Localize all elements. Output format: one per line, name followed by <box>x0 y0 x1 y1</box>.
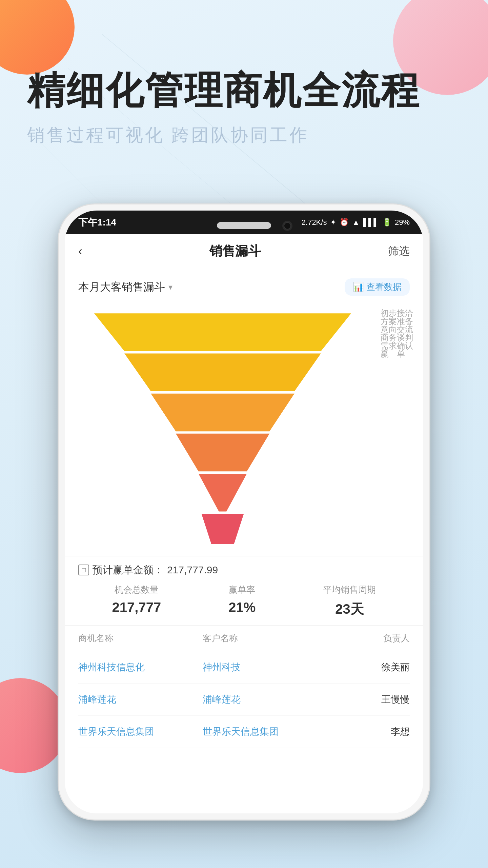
customer-name-0[interactable]: 神州科技 <box>203 661 327 674</box>
stats-section: □ 预计赢单金额： 217,777.99 机会总数量 217,777 赢单率 <box>65 556 423 626</box>
owner-name-2: 李想 <box>327 725 410 738</box>
filter-button[interactable]: 筛选 <box>388 244 410 259</box>
funnel-svg <box>72 306 374 549</box>
table-row[interactable]: 浦峰莲花 浦峰莲花 王慢慢 <box>78 684 410 716</box>
stat-value-0: 217,777 <box>112 600 161 615</box>
funnel-label-2: 方案准备 <box>381 317 413 326</box>
network-speed: 2.72K/s <box>302 218 327 227</box>
section-header: 本月大客销售漏斗 ▾ 📊 查看数据 <box>65 268 423 302</box>
funnel-label-1: 初步接洽 <box>381 309 413 317</box>
wifi-icon: ▲ <box>352 218 360 227</box>
opp-name-2[interactable]: 世界乐天信息集团 <box>78 725 203 738</box>
phone-mockup: 下午1:14 2.72K/s ✦ ⏰ ▲ ▌▌▌ 🔋 29% ‹ 销售漏斗 <box>58 203 430 821</box>
owner-name-1: 王慢慢 <box>327 693 410 706</box>
battery-percent: 29% <box>395 218 410 227</box>
status-icons: 2.72K/s ✦ ⏰ ▲ ▌▌▌ 🔋 29% <box>302 218 410 227</box>
decorative-blob-orange <box>0 0 75 75</box>
stats-grid: 机会总数量 217,777 赢单率 21% 平均销售周期 23天 <box>78 584 410 618</box>
status-time: 下午1:14 <box>78 216 116 229</box>
svg-marker-7 <box>199 474 247 511</box>
table-row[interactable]: 神州科技信息化 神州科技 徐美丽 <box>78 651 410 684</box>
customer-name-2[interactable]: 世界乐天信息集团 <box>203 725 327 738</box>
col-header-owner: 负责人 <box>327 632 410 644</box>
funnel-label-6: 赢 单 <box>381 350 413 358</box>
app-navbar: ‹ 销售漏斗 筛选 <box>65 234 423 268</box>
table-header-row: 商机名称 客户名称 负责人 <box>78 626 410 651</box>
phone-camera <box>281 220 293 232</box>
customer-name-1[interactable]: 浦峰莲花 <box>203 693 327 706</box>
signal-icon: ✦ <box>330 218 336 227</box>
svg-marker-5 <box>151 394 294 431</box>
page-title: 销售漏斗 <box>209 242 261 260</box>
hero-subtitle: 销售过程可视化 跨团队协同工作 <box>27 123 461 147</box>
phone-outer-shell: 下午1:14 2.72K/s ✦ ⏰ ▲ ▌▌▌ 🔋 29% ‹ 销售漏斗 <box>58 203 430 821</box>
view-data-button[interactable]: 📊 查看数据 <box>345 278 410 296</box>
win-amount-value: 217,777.99 <box>167 564 218 576</box>
svg-marker-4 <box>124 353 321 391</box>
hero-title: 精细化管理商机全流程 <box>27 68 461 113</box>
section-title: 本月大客销售漏斗 ▾ <box>78 280 172 295</box>
svg-marker-6 <box>176 434 270 471</box>
svg-marker-8 <box>202 514 244 544</box>
stat-label-1: 赢单率 <box>228 584 256 596</box>
chart-icon: 📊 <box>353 282 364 292</box>
win-amount-icon: □ <box>78 565 89 575</box>
opp-name-0[interactable]: 神州科技信息化 <box>78 661 203 674</box>
app-content: 本月大客销售漏斗 ▾ 📊 查看数据 <box>65 268 423 813</box>
table-row[interactable]: 世界乐天信息集团 世界乐天信息集团 李想 <box>78 716 410 748</box>
funnel-label-5: 需求确认 <box>381 342 413 350</box>
battery-icon: 🔋 <box>382 218 391 227</box>
stat-win-rate: 赢单率 21% <box>228 584 256 618</box>
phone-speaker <box>217 222 271 229</box>
funnel-label-3: 意向交流 <box>381 326 413 334</box>
stat-label-0: 机会总数量 <box>112 584 161 596</box>
opportunity-table: 商机名称 客户名称 负责人 神州科技信息化 神州科技 徐美丽 浦峰莲花 浦峰莲花 <box>65 626 423 748</box>
stat-opportunity-count: 机会总数量 217,777 <box>112 584 161 618</box>
cellular-icon: ▌▌▌ <box>363 218 379 227</box>
opp-name-1[interactable]: 浦峰莲花 <box>78 693 203 706</box>
phone-inner: 下午1:14 2.72K/s ✦ ⏰ ▲ ▌▌▌ 🔋 29% ‹ 销售漏斗 <box>65 211 423 813</box>
col-header-opp: 商机名称 <box>78 632 203 644</box>
back-button[interactable]: ‹ <box>78 244 82 258</box>
alarm-icon: ⏰ <box>340 218 349 227</box>
stat-avg-cycle: 平均销售周期 23天 <box>323 584 376 618</box>
owner-name-0: 徐美丽 <box>327 661 410 674</box>
funnel-stage-labels: 初步接洽 方案准备 意向交流 商务谈判 需求确认 赢 单 <box>374 306 416 361</box>
dropdown-arrow-icon[interactable]: ▾ <box>168 282 172 292</box>
funnel-label-4: 商务谈判 <box>381 334 413 342</box>
svg-marker-3 <box>94 313 351 351</box>
stat-value-2: 23天 <box>323 600 376 618</box>
app-screen: 下午1:14 2.72K/s ✦ ⏰ ▲ ▌▌▌ 🔋 29% ‹ 销售漏斗 <box>65 211 423 813</box>
win-amount-label: 预计赢单金额： <box>93 563 164 577</box>
col-header-customer: 客户名称 <box>203 632 327 644</box>
hero-section: 精细化管理商机全流程 销售过程可视化 跨团队协同工作 <box>27 68 461 147</box>
win-amount-row: □ 预计赢单金额： 217,777.99 <box>78 563 410 577</box>
stat-label-2: 平均销售周期 <box>323 584 376 596</box>
funnel-chart-area: 初步接洽 方案准备 意向交流 商务谈判 需求确认 赢 单 <box>65 302 423 556</box>
stat-value-1: 21% <box>228 600 256 615</box>
